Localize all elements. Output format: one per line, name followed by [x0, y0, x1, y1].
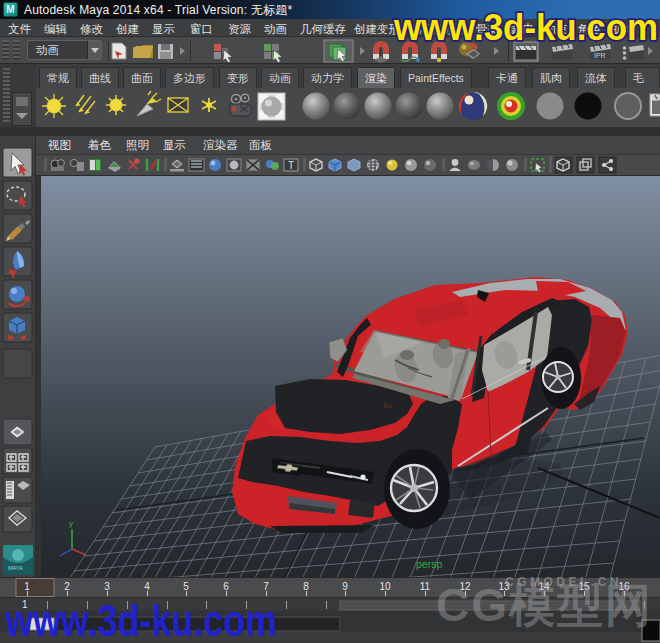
svg-text:1: 1	[24, 581, 30, 592]
svg-text:4: 4	[144, 581, 150, 592]
svg-text:persp: persp	[416, 558, 442, 570]
svg-text:www.3d-ku.com: www.3d-ku.com	[393, 7, 658, 48]
svg-text:7: 7	[263, 581, 269, 592]
svg-text:8: 8	[303, 581, 309, 592]
svg-text:6: 6	[223, 581, 229, 592]
svg-text:10: 10	[379, 581, 391, 592]
svg-text:T: T	[288, 160, 294, 171]
svg-text:www.3d-ku.com: www.3d-ku.com	[4, 597, 277, 643]
svg-text:5: 5	[183, 581, 189, 592]
svg-text:2: 2	[64, 581, 70, 592]
svg-text:9: 9	[342, 581, 348, 592]
svg-text:11: 11	[420, 581, 431, 592]
svg-text:MAYA: MAYA	[8, 565, 23, 571]
svg-text:y: y	[69, 519, 73, 528]
svg-text:3: 3	[104, 581, 110, 592]
svg-text:ZL1: ZL1	[383, 402, 393, 409]
